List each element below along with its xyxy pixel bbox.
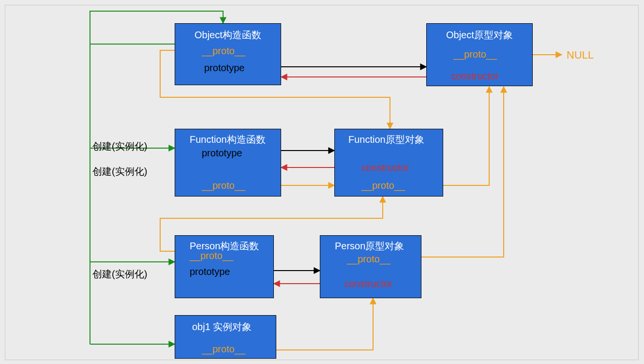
title-obj1: obj1 实例对象 — [192, 320, 252, 334]
field-person-ctor-prototype: prototype — [190, 266, 230, 277]
title-person-prototype: Person原型对象 — [335, 240, 404, 253]
title-object-constructor: Object构造函数 — [195, 29, 261, 42]
edge-obj1-proto — [262, 298, 373, 350]
field-person-proto-constructor: constructor — [344, 278, 392, 289]
caption-create-2: 创建(实例化) — [92, 165, 147, 178]
connectors-svg — [5, 5, 638, 360]
field-object-ctor-proto: __proto__ — [202, 46, 245, 57]
null-label: NULL — [567, 49, 594, 61]
box-function-prototype: Function原型对象 constructor __proto__ — [334, 129, 443, 197]
field-object-proto-proto: __proto__ — [453, 49, 497, 60]
box-person-constructor: Person构造函数 __proto__ prototype — [175, 235, 274, 298]
caption-create-3: 创建(实例化) — [92, 268, 147, 281]
diagram-frame: Object构造函数 __proto__ prototype Object原型对… — [5, 5, 639, 360]
field-function-ctor-proto: __proto__ — [202, 180, 245, 191]
box-person-prototype: Person原型对象 __proto__ constructor — [320, 235, 421, 298]
field-obj1-proto: __proto__ — [202, 344, 245, 355]
box-function-constructor: Function构造函数 prototype __proto__ — [175, 129, 281, 197]
title-function-constructor: Function构造函数 — [190, 133, 266, 146]
field-person-proto-proto: __proto__ — [347, 254, 390, 265]
edge-create-main — [90, 44, 175, 344]
box-object-prototype: Object原型对象 __proto__ constructor — [426, 23, 533, 86]
field-function-proto-constructor: constructor — [361, 162, 409, 173]
field-function-proto-proto: __proto__ — [361, 180, 405, 191]
field-object-proto-constructor: constructor — [451, 71, 499, 82]
field-person-ctor-proto: __proto__ — [190, 250, 233, 261]
field-object-ctor-prototype: prototype — [204, 62, 244, 74]
title-object-prototype: Object原型对象 — [446, 29, 513, 42]
field-function-ctor-prototype: prototype — [202, 148, 242, 159]
title-function-prototype: Function原型对象 — [348, 133, 424, 146]
caption-create-1: 创建(实例化) — [92, 140, 147, 153]
box-obj1-instance: obj1 实例对象 __proto__ — [175, 315, 276, 359]
box-object-constructor: Object构造函数 __proto__ prototype — [175, 23, 281, 85]
